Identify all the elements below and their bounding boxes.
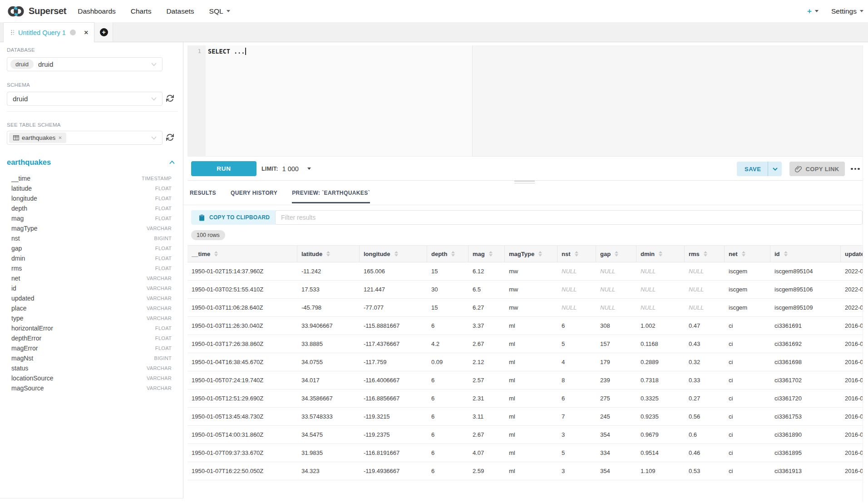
grid-column-header[interactable]: dmin <box>636 246 685 262</box>
grid-cell: ml <box>505 426 557 444</box>
grid-cell: 308 <box>596 317 636 335</box>
grid-cell: 1950-01-05T13:45:48.730Z <box>187 408 297 425</box>
grid-cell: ml <box>505 371 557 389</box>
grid-cell: 2016-0 <box>841 390 863 407</box>
grid-cell: 157 <box>596 335 636 353</box>
nav-sql[interactable]: SQL <box>209 7 230 15</box>
pane-resize-handle[interactable] <box>514 181 535 185</box>
database-name: druid <box>38 60 53 68</box>
grid-column-label: dmin <box>641 251 655 257</box>
nav-label: Dashboards <box>78 7 116 15</box>
copy-link-button[interactable]: COPY LINK <box>789 162 845 176</box>
tab-untitled-query[interactable]: Untitled Query 1 ✕ <box>3 22 94 42</box>
dot-icon <box>858 168 860 170</box>
sql-code-line: SELECT ... <box>208 48 246 55</box>
sql-editor[interactable]: 1 SELECT ... <box>187 45 863 157</box>
sort-icon[interactable] <box>575 251 578 256</box>
grid-row: 1950-01-07T09:37:33.670Z31.9835-116.8191… <box>187 444 863 462</box>
divider <box>183 205 863 205</box>
sort-icon[interactable] <box>326 251 330 256</box>
refresh-schemas-icon[interactable] <box>166 94 175 103</box>
table-section-header[interactable]: earthquakes <box>7 158 175 167</box>
sort-icon[interactable] <box>451 251 455 256</box>
settings-menu[interactable]: Settings <box>831 7 863 15</box>
chevron-down-icon <box>773 168 778 171</box>
grid-column-header[interactable]: mag <box>469 246 505 262</box>
grid-cell: 6 <box>427 426 469 444</box>
result-tab-query-history[interactable]: QUERY HISTORY <box>231 190 277 203</box>
sort-icon[interactable] <box>784 251 788 256</box>
database-select[interactable]: druid druid <box>7 57 163 71</box>
grid-cell: -117.759 <box>360 353 427 371</box>
nav-dashboards[interactable]: Dashboards <box>78 7 116 15</box>
grid-column-header[interactable]: rms <box>685 246 725 262</box>
save-dropdown-button[interactable] <box>768 168 782 171</box>
remove-table-icon[interactable]: ✕ <box>58 135 62 140</box>
grid-column-label: longitude <box>364 251 390 257</box>
grid-cell: 6.27 <box>469 299 505 316</box>
new-item-button[interactable]: + <box>807 7 819 16</box>
limit-dropdown[interactable]: LIMIT: 1 000 <box>261 161 311 176</box>
table-select[interactable]: earthquakes ✕ <box>7 131 163 145</box>
grid-column-header[interactable]: nst <box>557 246 596 262</box>
grid-cell: ci3361698 <box>770 353 841 371</box>
sort-icon[interactable] <box>538 251 542 256</box>
schema-column-row: longitudeFLOAT <box>7 193 176 203</box>
sort-icon[interactable] <box>704 251 707 256</box>
superset-logo[interactable]: Superset <box>6 5 66 18</box>
grid-column-header[interactable]: id <box>770 246 841 262</box>
column-type: BIGINT <box>154 236 172 241</box>
table-chip: earthquakes ✕ <box>9 133 66 143</box>
refresh-tables-icon[interactable] <box>166 133 175 142</box>
grid-cell: -116.8856667 <box>360 390 427 407</box>
result-tab-preview-earthquakes[interactable]: PREVIEW: `EARTHQUAKES` <box>292 190 370 203</box>
sort-icon[interactable] <box>659 251 662 256</box>
more-options-button[interactable] <box>847 162 863 176</box>
schema-column-row: magErrorFLOAT <box>7 343 176 353</box>
grid-row: 1950-01-05T12:51:29.690Z34.3586667-116.8… <box>187 390 863 408</box>
run-button[interactable]: RUN <box>191 161 256 176</box>
grid-column-header[interactable]: __time <box>187 246 297 262</box>
grid-column-header[interactable]: latitude <box>297 246 360 262</box>
nav-datasets[interactable]: Datasets <box>166 7 194 15</box>
grid-cell: -119.3215 <box>360 408 427 425</box>
grid-cell: 354 <box>596 462 636 480</box>
schema-select[interactable]: druid <box>7 92 163 106</box>
grid-column-header[interactable]: net <box>725 246 770 262</box>
sort-icon[interactable] <box>214 251 218 256</box>
close-tab-icon[interactable]: ✕ <box>84 30 89 36</box>
grid-cell: NULL <box>636 299 685 316</box>
table-icon <box>13 135 19 140</box>
column-name: nst <box>11 235 20 242</box>
grid-cell: 1950-01-05T14:00:31.860Z <box>187 426 297 444</box>
sql-lab-main: 1 SELECT ... RUN LIMIT: 1 000 SAVE <box>183 42 868 503</box>
grid-cell: NULL <box>557 262 596 280</box>
grid-cell: iscgem <box>725 299 770 316</box>
grid-column-header[interactable]: magType <box>505 246 557 262</box>
sort-icon[interactable] <box>615 251 618 256</box>
grid-column-header[interactable]: updated <box>841 246 863 262</box>
column-type: FLOAT <box>155 266 172 271</box>
save-button[interactable]: SAVE <box>737 162 782 176</box>
sort-icon[interactable] <box>395 251 398 256</box>
grid-column-header[interactable]: gap <box>596 246 636 262</box>
new-tab-button[interactable]: + <box>95 22 113 42</box>
divider <box>863 45 863 502</box>
filter-results-input[interactable] <box>275 210 863 225</box>
grid-cell: 7 <box>557 408 596 425</box>
grid-column-header[interactable]: longitude <box>360 246 427 262</box>
grid-column-label: updated <box>845 251 863 257</box>
grid-cell: 1.109 <box>636 462 685 480</box>
copy-to-clipboard-button[interactable]: COPY TO CLIPBOARD <box>191 210 277 225</box>
grid-cell: ml <box>505 444 557 462</box>
grid-cell: ci3361692 <box>770 335 841 353</box>
sort-icon[interactable] <box>489 251 493 256</box>
sort-icon[interactable] <box>742 251 745 256</box>
grid-cell: 2.57 <box>469 371 505 389</box>
result-tab-results[interactable]: RESULTS <box>190 190 216 203</box>
schema-column-row: latitudeFLOAT <box>7 183 176 193</box>
result-tabs: RESULTSQUERY HISTORYPREVIEW: `EARTHQUAKE… <box>190 190 370 203</box>
nav-charts[interactable]: Charts <box>131 7 152 15</box>
grid-column-header[interactable]: depth <box>427 246 469 262</box>
grid-cell: ml <box>505 462 557 480</box>
